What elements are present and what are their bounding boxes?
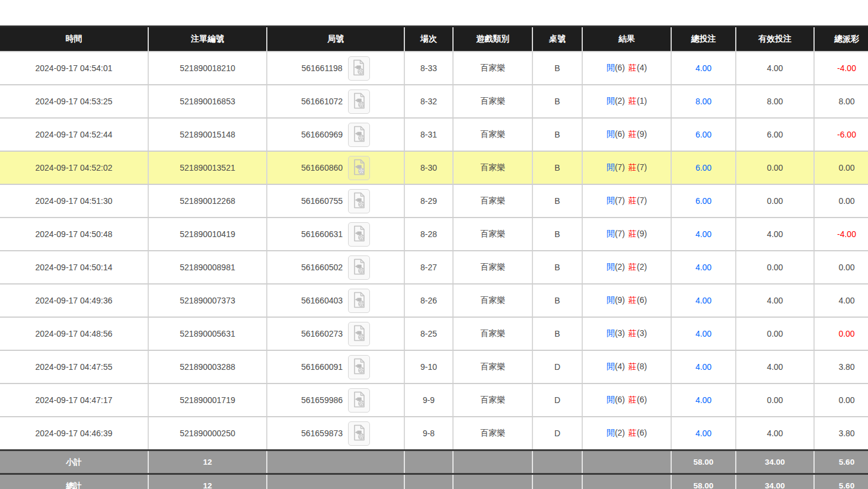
table-row[interactable]: 2024-09-17 04:48:56521890005631561660273… [0, 317, 868, 350]
table-row[interactable]: 2024-09-17 04:49:36521890007373561660403… [0, 284, 868, 317]
cell-time: 2024-09-17 04:46:39 [0, 417, 148, 450]
round-number: 561659873 [301, 429, 343, 438]
table-row[interactable]: 2024-09-17 04:52:02521890013521561660860… [0, 151, 868, 184]
round-number: 561660860 [301, 163, 343, 172]
replay-video-button[interactable] [348, 388, 370, 413]
cell-valid-bet: 0.00 [736, 251, 814, 284]
cell-total-payout: 0.00 [814, 383, 868, 417]
round-number: 561661198 [301, 63, 342, 73]
cell-result: 閒(6)莊(4) [582, 52, 671, 85]
replay-video-button[interactable] [348, 355, 370, 379]
table-header: 時間 注單編號 局號 場次 遊戲類別 桌號 結果 總投注 有效投注 總派彩 [0, 27, 868, 52]
cell-round-id: 561659873 [267, 417, 404, 450]
player-score: (9) [615, 295, 625, 305]
cell-valid-bet: 4.00 [736, 417, 814, 450]
cell-total-bet: 6.00 [671, 184, 736, 218]
cell-table-no: B [532, 284, 582, 317]
cell-total-payout: -4.00 [814, 218, 868, 251]
cell-time: 2024-09-17 04:50:48 [0, 218, 148, 251]
video-file-icon [352, 92, 366, 111]
cell-total-payout: 0.00 [814, 151, 868, 184]
banker-score: (4) [637, 63, 647, 72]
cell-result: 閒(4)莊(8) [582, 350, 671, 383]
table-row[interactable]: 2024-09-17 04:53:25521890016853561661072… [0, 85, 868, 118]
cell-valid-bet: 0.00 [736, 151, 814, 184]
cell-table-no: B [532, 52, 582, 85]
table-row[interactable]: 2024-09-17 04:47:17521890001719561659986… [0, 383, 868, 417]
subtotal-total-bet: 58.00 [671, 450, 736, 474]
cell-valid-bet: 0.00 [736, 317, 814, 350]
video-file-icon [352, 225, 366, 244]
round-number: 561660755 [301, 196, 343, 206]
cell-round-id: 561660969 [267, 118, 404, 151]
replay-video-button[interactable] [348, 189, 370, 213]
player-score: (6) [615, 129, 625, 139]
round-number: 561659986 [301, 395, 343, 405]
cell-round-id: 561660091 [267, 350, 404, 383]
player-result-label: 閒 [607, 96, 615, 106]
cell-result: 閒(7)莊(7) [582, 184, 671, 218]
cell-session: 8-25 [404, 317, 453, 350]
col-header-bet-id: 注單編號 [148, 27, 267, 52]
player-result-label: 閒 [607, 295, 615, 305]
video-file-icon [352, 292, 366, 310]
table-row[interactable]: 2024-09-17 04:52:44521890015148561660969… [0, 118, 868, 151]
grand-total-empty-cell [532, 474, 582, 489]
table-row[interactable]: 2024-09-17 04:50:14521890008981561660502… [0, 251, 868, 284]
banker-score: (9) [637, 129, 647, 139]
cell-game-type: 百家樂 [453, 118, 532, 151]
cell-time: 2024-09-17 04:50:14 [0, 251, 148, 284]
banker-result-label: 莊 [628, 196, 637, 205]
cell-game-type: 百家樂 [453, 417, 532, 450]
cell-table-no: B [532, 118, 582, 151]
table-row[interactable]: 2024-09-17 04:47:55521890003288561660091… [0, 350, 868, 383]
banker-score: (8) [637, 362, 647, 371]
replay-video-button[interactable] [348, 289, 370, 313]
cell-bet-id: 521890007373 [148, 284, 267, 317]
subtotal-empty-cell [582, 450, 671, 474]
cell-bet-id: 521890001719 [148, 383, 267, 417]
banker-result-label: 莊 [628, 328, 637, 338]
banker-score: (7) [637, 162, 647, 172]
replay-video-button[interactable] [348, 156, 370, 180]
cell-total-payout: 0.00 [814, 317, 868, 350]
replay-video-button[interactable] [348, 90, 370, 114]
banker-score: (6) [637, 395, 647, 404]
round-number: 561660631 [301, 229, 343, 239]
cell-total-payout: 0.00 [814, 184, 868, 218]
video-file-icon [352, 258, 366, 277]
cell-total-payout: -6.00 [814, 118, 868, 151]
cell-total-bet: 4.00 [671, 52, 736, 85]
table-row[interactable]: 2024-09-17 04:51:30521890012268561660755… [0, 184, 868, 218]
video-file-icon [352, 59, 366, 78]
video-file-icon [352, 159, 366, 177]
replay-video-button[interactable] [348, 56, 370, 81]
banker-score: (1) [637, 96, 647, 106]
cell-table-no: B [532, 251, 582, 284]
cell-game-type: 百家樂 [453, 52, 532, 85]
cell-game-type: 百家樂 [453, 284, 532, 317]
replay-video-button[interactable] [348, 255, 370, 280]
banker-result-label: 莊 [628, 229, 637, 238]
table-footer: 小計 12 58.00 34.00 5.60 總計 12 [0, 450, 868, 489]
cell-total-payout: 0.00 [814, 251, 868, 284]
banker-score: (9) [637, 229, 647, 238]
table-row[interactable]: 2024-09-17 04:46:39521890000250561659873… [0, 417, 868, 450]
table-row[interactable]: 2024-09-17 04:54:01521890018210561661198… [0, 52, 868, 85]
table-row[interactable]: 2024-09-17 04:50:48521890010419561660631… [0, 218, 868, 251]
cell-round-id: 561660755 [267, 184, 404, 218]
replay-video-button[interactable] [348, 322, 370, 346]
player-result-label: 閒 [607, 362, 615, 371]
replay-video-button[interactable] [348, 222, 370, 247]
replay-video-button[interactable] [348, 123, 370, 147]
cell-total-payout: 3.80 [814, 417, 868, 450]
cell-total-bet: 4.00 [671, 218, 736, 251]
cell-bet-id: 521890005631 [148, 317, 267, 350]
cell-time: 2024-09-17 04:54:01 [0, 52, 148, 85]
cell-game-type: 百家樂 [453, 184, 532, 218]
cell-table-no: D [532, 350, 582, 383]
replay-video-button[interactable] [348, 421, 370, 446]
player-score: (6) [615, 63, 625, 72]
grand-total-empty-cell [267, 474, 404, 489]
cell-game-type: 百家樂 [453, 251, 532, 284]
